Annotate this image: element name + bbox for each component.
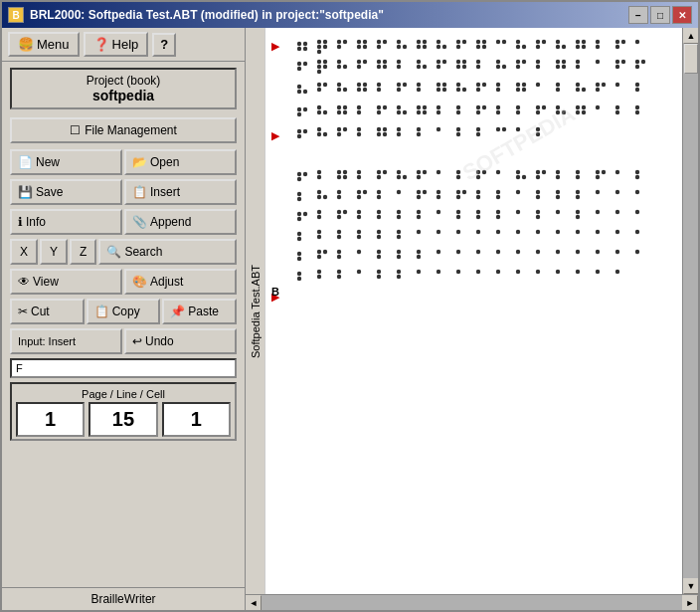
braille-content[interactable]: ▶ ▶ ▶ B: [265, 28, 682, 594]
help-button[interactable]: ❓ Help: [84, 32, 149, 57]
svg-point-101: [576, 60, 580, 64]
svg-point-52: [596, 45, 600, 49]
insert-button[interactable]: 📋 Insert: [124, 179, 237, 205]
svg-point-110: [297, 85, 301, 89]
scroll-right-button[interactable]: ►: [682, 595, 698, 610]
svg-point-158: [297, 107, 301, 111]
scroll-track[interactable]: [683, 44, 698, 578]
svg-point-19: [397, 40, 401, 44]
minimize-button[interactable]: −: [628, 6, 648, 24]
svg-point-82: [437, 65, 440, 69]
svg-point-149: [576, 83, 580, 87]
svg-point-227: [456, 132, 460, 136]
append-button[interactable]: 📎 Append: [124, 209, 237, 235]
svg-point-39: [516, 45, 520, 49]
svg-point-102: [576, 65, 580, 69]
scroll-h-track[interactable]: [262, 595, 682, 610]
svg-point-369: [297, 252, 301, 256]
open-button[interactable]: 📂 Open: [124, 149, 237, 175]
svg-point-1: [303, 42, 307, 46]
svg-point-191: [536, 105, 540, 109]
svg-point-71: [377, 60, 381, 64]
copy-button[interactable]: 📋 Copy: [87, 299, 161, 324]
new-open-row: 📄 New 📂 Open: [2, 147, 245, 177]
svg-point-176: [417, 105, 421, 109]
svg-point-284: [337, 195, 341, 199]
svg-point-198: [582, 105, 586, 109]
svg-point-70: [357, 65, 361, 69]
svg-point-74: [383, 65, 387, 69]
svg-point-139: [476, 88, 480, 92]
svg-point-137: [476, 83, 480, 87]
svg-point-401: [377, 270, 381, 274]
y-button[interactable]: Y: [40, 239, 68, 265]
scroll-up-button[interactable]: ▲: [683, 28, 698, 44]
info-button[interactable]: ℹ Info: [10, 209, 122, 235]
svg-point-400: [357, 270, 361, 274]
svg-point-236: [303, 172, 307, 176]
svg-point-146: [536, 83, 540, 87]
braille-row-7: [297, 190, 639, 201]
scroll-down-button[interactable]: ▼: [683, 578, 698, 594]
svg-point-269: [556, 175, 560, 179]
svg-point-298: [456, 195, 460, 199]
svg-point-115: [317, 88, 321, 92]
svg-point-130: [437, 83, 440, 87]
svg-point-85: [456, 65, 460, 69]
question-button[interactable]: ?: [152, 33, 176, 57]
vertical-scrollbar[interactable]: ▲ ▼: [682, 28, 698, 594]
svg-point-58: [303, 62, 307, 66]
svg-point-216: [357, 132, 361, 136]
svg-point-2: [297, 47, 301, 51]
svg-point-16: [377, 40, 381, 44]
svg-point-327: [417, 210, 421, 214]
svg-point-40: [522, 45, 526, 49]
view-button[interactable]: 👁 View: [10, 269, 122, 295]
svg-point-183: [456, 110, 460, 114]
svg-point-9: [337, 40, 341, 44]
svg-point-113: [317, 83, 321, 87]
svg-point-289: [377, 195, 381, 199]
svg-point-111: [297, 90, 301, 94]
svg-point-383: [437, 250, 440, 254]
svg-point-125: [397, 83, 401, 87]
svg-point-376: [357, 250, 361, 254]
svg-point-293: [417, 195, 421, 199]
undo-button[interactable]: ↩ Undo: [124, 328, 237, 354]
svg-point-313: [297, 212, 301, 216]
svg-point-392: [615, 250, 619, 254]
braillewriter-label: BrailleWriter: [2, 587, 245, 610]
new-button[interactable]: 📄 New: [10, 149, 122, 175]
svg-point-129: [417, 88, 421, 92]
svg-point-411: [536, 270, 540, 274]
z-button[interactable]: Z: [70, 239, 96, 265]
paste-button[interactable]: 📌 Paste: [162, 299, 237, 324]
maximize-button[interactable]: □: [650, 6, 670, 24]
svg-point-303: [516, 190, 520, 194]
cell-value: 1: [162, 402, 231, 437]
svg-point-375: [337, 255, 341, 259]
svg-point-325: [397, 210, 401, 214]
svg-point-286: [363, 190, 367, 194]
horizontal-scrollbar[interactable]: ◄ ►: [246, 594, 698, 610]
scroll-thumb[interactable]: [684, 44, 698, 74]
x-button[interactable]: X: [10, 239, 38, 265]
svg-point-229: [476, 132, 480, 136]
main-window: B BRL2000: Softpedia Test.ABT (modified)…: [0, 0, 700, 612]
svg-point-56: [635, 40, 639, 44]
search-button[interactable]: 🔍 Search: [98, 239, 237, 265]
svg-point-220: [383, 132, 387, 136]
close-button[interactable]: ✕: [672, 6, 692, 24]
svg-point-81: [442, 60, 446, 64]
menu-button[interactable]: 🍔 Menu: [8, 32, 80, 57]
svg-point-295: [437, 195, 440, 199]
save-button[interactable]: 💾 Save: [10, 179, 122, 205]
svg-point-0: [297, 42, 301, 46]
cut-button[interactable]: ✂ Cut: [10, 299, 85, 324]
svg-point-262: [516, 170, 520, 174]
file-management-button[interactable]: ☐ File Management: [10, 117, 237, 143]
svg-point-197: [576, 105, 580, 109]
adjust-button[interactable]: 🎨 Adjust: [124, 269, 237, 295]
input-mode-button[interactable]: Input: Insert: [10, 328, 122, 354]
scroll-left-button[interactable]: ◄: [246, 595, 262, 610]
